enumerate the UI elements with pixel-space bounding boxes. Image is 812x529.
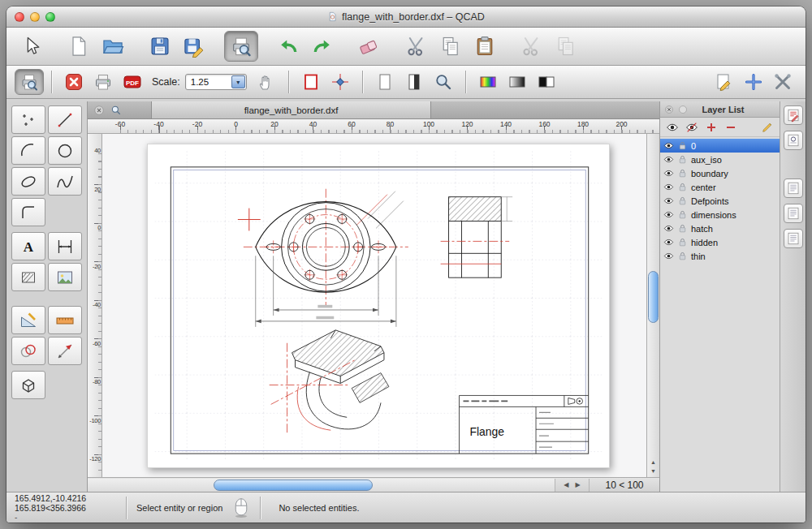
layer-row-Defpoints[interactable]: Defpoints (660, 194, 780, 208)
grayscale-mode-button[interactable] (503, 69, 532, 95)
close-window-button[interactable] (15, 12, 24, 22)
horizontal-ruler: -60-40-20020406080100120140160180200 (88, 119, 659, 134)
page-portrait-button[interactable] (370, 69, 400, 95)
drawing-viewport[interactable]: Flange (102, 134, 646, 477)
property-editor-toggle-button[interactable] (784, 105, 803, 125)
redo-button[interactable] (305, 31, 339, 62)
block-list-toggle-button[interactable] (784, 131, 803, 150)
vertical-scrollbar[interactable]: ▲▼ (646, 134, 659, 477)
vertical-scrollbar-thumb[interactable] (648, 271, 659, 322)
point-tools-button[interactable] (11, 105, 45, 134)
toggle-all-layer-visibility-button[interactable] (683, 119, 701, 135)
save-drawing-as-button[interactable] (177, 31, 211, 62)
delete-entities-button[interactable] (352, 31, 387, 62)
horizontal-scrollbar-arrows[interactable]: ◀▶ (555, 479, 590, 492)
selection-tool-button[interactable] (15, 31, 49, 62)
measure-tools-button[interactable] (11, 306, 45, 334)
tab-zoom-icon[interactable] (110, 105, 122, 116)
panel-doc-list-icon (786, 206, 801, 221)
print-preview-toggle-button[interactable] (15, 69, 44, 95)
application-preferences-button[interactable] (768, 69, 797, 95)
layer-row-boundary[interactable]: boundary (660, 166, 780, 180)
remove-layer-button[interactable] (722, 119, 740, 135)
relative-zero-point-button[interactable] (739, 69, 768, 95)
add-layer-button[interactable] (702, 119, 720, 135)
layer-row-center[interactable]: center (660, 180, 780, 194)
minimize-window-button[interactable] (30, 12, 40, 22)
layer-row-0[interactable]: 0 (660, 139, 780, 153)
page-landscape-button[interactable] (400, 69, 429, 95)
tool-image-icon (55, 268, 75, 287)
scroll-down-icon[interactable]: ▼ (650, 467, 656, 475)
dimension-tools-button[interactable] (48, 232, 82, 260)
palette-row (11, 198, 82, 226)
clipboard-icon (473, 35, 496, 58)
eye-icon (663, 182, 674, 192)
layer-list-header: Layer List (660, 101, 780, 118)
h-ruler-label: 180 (577, 120, 589, 128)
eye-icon (663, 237, 674, 247)
edit-tools-button[interactable] (48, 337, 82, 365)
scale-combobox[interactable]: 1.25▾ (185, 74, 247, 90)
open-drawing-button[interactable] (96, 31, 130, 62)
edit-layer-button[interactable] (758, 119, 776, 135)
solid-tools-button[interactable] (11, 371, 45, 399)
new-drawing-button[interactable] (62, 31, 96, 62)
scroll-up-icon[interactable]: ▲ (650, 458, 656, 467)
vertical-scrollbar-arrows[interactable]: ▲▼ (647, 458, 659, 475)
pan-paper-button[interactable] (252, 69, 281, 95)
close-print-preview-button[interactable] (59, 69, 89, 95)
ellipse-tools-button[interactable] (11, 167, 45, 196)
text-tool-button[interactable]: A (11, 232, 45, 260)
arc-tools-button[interactable] (11, 136, 45, 165)
layer-row-dimensions[interactable]: dimensions (660, 208, 780, 221)
tool-circle-icon (55, 141, 75, 161)
auto-center-paper-button[interactable] (326, 69, 355, 95)
copy-button[interactable] (434, 31, 468, 62)
horizontal-scrollbar[interactable] (88, 479, 555, 492)
layer-row-hidden[interactable]: hidden (660, 235, 780, 249)
layer-row-aux_iso[interactable]: aux_iso (660, 153, 780, 166)
export-pdf-button[interactable]: PDF (118, 69, 147, 95)
auto-zoom-button[interactable] (429, 69, 458, 95)
hand-icon (257, 72, 276, 92)
titlebar[interactable]: flange_with_border.dxf – QCAD (6, 6, 806, 28)
line-tools-button[interactable] (48, 105, 82, 134)
polyline-tools-button[interactable] (11, 198, 45, 226)
library-browser-toggle-button[interactable] (784, 204, 803, 223)
layer-row-hatch[interactable]: hatch (660, 221, 780, 235)
modify-tools-button[interactable] (48, 306, 82, 334)
panel-close-icon[interactable] (664, 105, 674, 114)
image-tool-button[interactable] (48, 263, 82, 291)
chevron-down-icon[interactable]: ▾ (231, 75, 245, 88)
toggle-layer-visibility-button[interactable] (663, 119, 681, 135)
full-color-mode-button[interactable] (473, 69, 503, 95)
horizontal-scrollbar-thumb[interactable] (214, 480, 373, 491)
document-tab[interactable]: flange_with_border.dxf (151, 101, 431, 118)
undo-button[interactable] (271, 31, 305, 62)
drawing-paper[interactable]: Flange (147, 144, 610, 468)
h-ruler-label: 80 (387, 120, 394, 128)
layer-list-toggle-button[interactable] (784, 178, 803, 198)
show-paper-borders-button[interactable] (296, 69, 326, 95)
spline-tools-button[interactable] (48, 167, 82, 196)
h-ruler-label: 0 (234, 120, 238, 128)
layer-row-thin[interactable]: thin (660, 249, 780, 263)
tab-close-icon[interactable] (93, 105, 105, 116)
drawing-preferences-button[interactable] (710, 69, 739, 95)
paste-button[interactable] (468, 31, 502, 62)
zoom-window-button[interactable] (45, 12, 55, 22)
panel-detach-icon[interactable] (678, 105, 688, 114)
command-line-toggle-button[interactable] (784, 229, 803, 248)
information-tools-button[interactable] (11, 337, 45, 365)
save-drawing-button[interactable] (143, 31, 177, 62)
panel-doc-red-icon (786, 108, 801, 123)
scroll-right-icon[interactable]: ▶ (576, 481, 581, 488)
print-preview-button[interactable] (224, 31, 258, 62)
print-button[interactable] (89, 69, 118, 95)
black-white-mode-button[interactable] (532, 69, 561, 95)
hatch-tool-button[interactable] (11, 263, 45, 291)
scroll-left-icon[interactable]: ◀ (564, 481, 568, 488)
cut-button[interactable] (400, 31, 434, 62)
circle-tools-button[interactable] (48, 136, 82, 165)
